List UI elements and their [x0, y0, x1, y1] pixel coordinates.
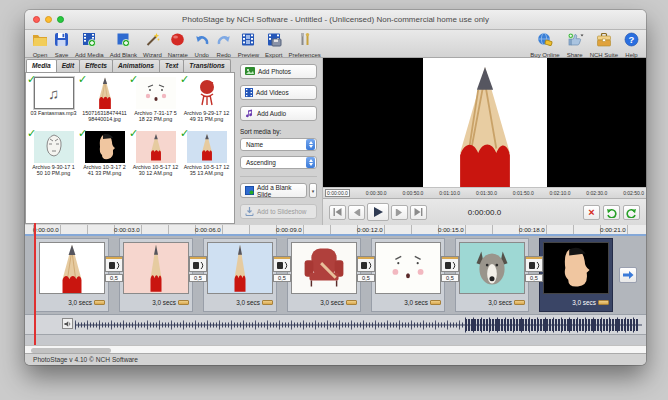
- media-item-pencil-pink[interactable]: ✓ Archivo 10-5-17 12 30 12 AM.png: [130, 131, 181, 183]
- export-button[interactable]: Export: [262, 31, 285, 56]
- status-bar: PhotoStage v 4.10 © NCH Software: [25, 353, 646, 365]
- wizard-button[interactable]: Wizard: [140, 31, 165, 56]
- media-item-pencil-white[interactable]: ✓ 150716318474411 98440014.jpg: [79, 77, 130, 129]
- transition-icon: [442, 259, 458, 271]
- add-media-button[interactable]: Add Media: [72, 31, 107, 56]
- check-icon: ✓: [78, 127, 87, 140]
- tab-transitions[interactable]: Transitions: [183, 59, 230, 72]
- transition-5[interactable]: 0,5: [445, 238, 455, 312]
- delete-button[interactable]: ×: [583, 205, 600, 220]
- empty-track[interactable]: [25, 334, 646, 345]
- blank-slide-icon: [245, 186, 254, 196]
- speaker-icon[interactable]: [62, 318, 73, 329]
- add-blank-button[interactable]: Add Blank: [107, 31, 140, 56]
- duration-button[interactable]: [94, 300, 105, 305]
- tab-media[interactable]: Media: [26, 59, 57, 72]
- add-videos-button[interactable]: Add Videos: [240, 85, 317, 100]
- music-note-icon: ♫: [48, 85, 59, 102]
- add-audio-button[interactable]: Add Audio: [240, 106, 317, 121]
- tab-edit[interactable]: Edit: [56, 59, 80, 72]
- timeline-slide-3[interactable]: 3,0 secs: [203, 238, 277, 312]
- video-icon: [245, 88, 253, 98]
- narrate-button[interactable]: Narrate: [165, 31, 191, 56]
- open-button[interactable]: Open: [29, 31, 51, 56]
- rotate-right-button[interactable]: [623, 205, 640, 220]
- rotate-left-button[interactable]: [603, 205, 620, 220]
- timeline-ruler[interactable]: 0:00:00.0 0:00:03.0 0:00:06.0 0:00:09.0 …: [25, 225, 646, 236]
- duration-button[interactable]: [262, 300, 273, 305]
- timeline-slide-4[interactable]: 3,0 secs: [287, 238, 361, 312]
- add-to-slideshow-button[interactable]: Add to Slideshow: [240, 204, 317, 219]
- transition-icon: [274, 259, 290, 271]
- transition-icon: [526, 259, 542, 271]
- photo-icon: [245, 67, 255, 76]
- timeline-slide-1[interactable]: 3,0 secs: [35, 238, 109, 312]
- media-item-audio[interactable]: ✓ ♫ 03 Fantasmas.mp3: [28, 77, 79, 129]
- timeline-slide-7-selected[interactable]: 3,0 secs: [539, 238, 613, 312]
- transition-4[interactable]: 0,5: [361, 238, 371, 312]
- preferences-button[interactable]: Preferences: [285, 31, 323, 56]
- scrollbar-thumb[interactable]: [31, 348, 111, 353]
- add-photos-button[interactable]: Add Photos: [240, 64, 317, 79]
- audio-track[interactable]: [25, 314, 646, 334]
- playhead[interactable]: [34, 223, 36, 345]
- nch-suite-button[interactable]: NCH Suite: [587, 31, 621, 56]
- preview-scrubber[interactable]: 0:00:00.0 0:00:30.0 0:00:50.0 0:01:10.0 …: [323, 187, 646, 199]
- duration-button[interactable]: [178, 300, 189, 305]
- sort-order-dropdown[interactable]: Ascending: [240, 156, 317, 169]
- thumbs-up-icon: [566, 32, 584, 51]
- add-blank-slide-menu-button[interactable]: ▾: [309, 183, 317, 198]
- transition-2[interactable]: 0,5: [193, 238, 203, 312]
- title-bar: PhotoStage by NCH Software - Untitled - …: [25, 10, 646, 30]
- save-button[interactable]: Save: [51, 31, 72, 56]
- media-item-sketch[interactable]: ✓ Archivo 9-30-17 1 50 10 PM.png: [28, 131, 79, 183]
- add-media-icon: [81, 32, 97, 51]
- panel-tabs: Media Edit Effects Animations Text Trans…: [25, 59, 235, 72]
- undo-button[interactable]: Undo: [191, 31, 213, 56]
- share-button[interactable]: Share: [563, 31, 587, 56]
- media-grid: ✓ ♫ 03 Fantasmas.mp3 ✓ 150716318474411 9…: [25, 72, 235, 224]
- buy-online-button[interactable]: Buy Online: [527, 31, 562, 56]
- duration-button[interactable]: [346, 300, 357, 305]
- help-button[interactable]: ? Help: [621, 31, 642, 56]
- transition-duration: 0,5: [357, 274, 375, 282]
- timeline-slide-6[interactable]: 3,0 secs: [455, 238, 529, 312]
- check-icon: ✓: [180, 73, 189, 86]
- transition-6[interactable]: 0,5: [529, 238, 539, 312]
- media-item-red-figure[interactable]: ✓ Archivo 9-29-17 12 49 31 PM.png: [181, 77, 232, 129]
- sort-field-dropdown[interactable]: Name: [240, 138, 317, 151]
- media-item-face[interactable]: ✓ Archivo 7-31-17 5 18 22 PM.png: [130, 77, 181, 129]
- tools-icon: [298, 32, 312, 51]
- dropdown-stepper-icon: [306, 157, 315, 168]
- media-item-pencil-blue[interactable]: ✓ Archivo 10-5-17 12 35 13 AM.png: [181, 131, 232, 183]
- transition-duration: 0,5: [273, 274, 291, 282]
- check-icon: ✓: [129, 73, 138, 86]
- add-blank-slide-button[interactable]: Add a Blank Slide: [240, 183, 307, 198]
- append-slide-arrow-button[interactable]: [619, 267, 637, 283]
- preview-slide-image: [423, 58, 547, 187]
- media-bin-panel: Media Edit Effects Animations Text Trans…: [25, 58, 235, 225]
- check-icon: ✓: [129, 127, 138, 140]
- transition-duration: 0,5: [189, 274, 207, 282]
- timeline-slide-5[interactable]: 3,0 secs: [371, 238, 445, 312]
- duration-button[interactable]: [430, 300, 441, 305]
- tab-effects[interactable]: Effects: [79, 59, 113, 72]
- tab-animations[interactable]: Animations: [112, 59, 160, 72]
- preview-panel: 0:00:00.0 0:00:30.0 0:00:50.0 0:01:10.0 …: [322, 58, 646, 225]
- divider: [240, 176, 317, 177]
- check-icon: ✓: [27, 127, 36, 140]
- audio-icon: [245, 109, 254, 119]
- media-item-profile[interactable]: ✓ Archivo 10-3-17 2 41 33 PM.png: [79, 131, 130, 183]
- duration-button[interactable]: [598, 300, 609, 305]
- photostage-window: PhotoStage by NCH Software - Untitled - …: [25, 10, 646, 365]
- timeline-slide-2[interactable]: 3,0 secs: [119, 238, 193, 312]
- tab-text[interactable]: Text: [159, 59, 184, 72]
- redo-button[interactable]: Redo: [213, 31, 235, 56]
- svg-text:?: ?: [629, 34, 635, 45]
- preview-button[interactable]: Preview: [235, 31, 262, 56]
- transition-1[interactable]: 0,5: [109, 238, 119, 312]
- transition-duration: 0,5: [525, 274, 543, 282]
- duration-button[interactable]: [514, 300, 525, 305]
- timeline: 0:00:00.0 0:00:03.0 0:00:06.0 0:00:09.0 …: [25, 225, 646, 354]
- transition-3[interactable]: 0,5: [277, 238, 287, 312]
